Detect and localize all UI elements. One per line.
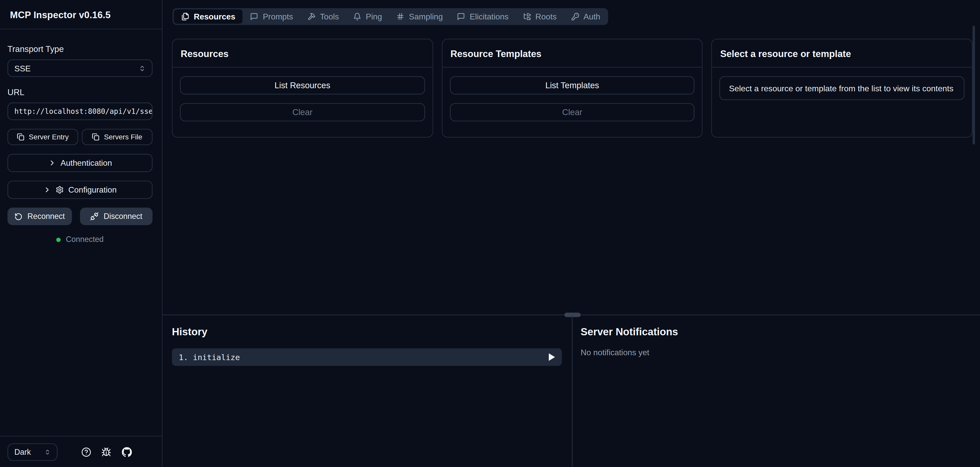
github-button[interactable] [122, 447, 132, 457]
chevron-right-icon [48, 159, 56, 167]
transport-type-select[interactable]: SSE [7, 59, 152, 77]
message-square-icon [457, 13, 465, 21]
resource-preview-placeholder: Select a resource or template from the l… [719, 76, 964, 100]
transport-type-value: SSE [14, 64, 31, 73]
clear-resources-button[interactable]: Clear [180, 103, 425, 121]
url-input[interactable]: http://localhost:8080/api/v1/sse [7, 102, 152, 120]
server-notifications-title: Server Notifications [581, 326, 980, 338]
disconnect-button[interactable]: Disconnect [80, 208, 153, 225]
bug-report-button[interactable] [102, 447, 111, 457]
server-buttons-row: Server Entry Servers File [7, 129, 152, 145]
sidebar: MCP Inspector v0.16.5 Transport Type SSE… [0, 0, 162, 467]
app-title: MCP Inspector v0.16.5 [10, 9, 111, 20]
resource-templates-panel-body: List Templates Clear [442, 67, 702, 121]
tab-tools[interactable]: Tools [301, 10, 346, 24]
resources-panel-header: Resources [173, 39, 432, 67]
help-button[interactable] [81, 447, 91, 457]
tab-label: Ping [366, 12, 382, 21]
transport-type-label: Transport Type [7, 45, 152, 54]
tab-elicitations[interactable]: Elicitations [450, 10, 515, 24]
tab-label: Tools [320, 12, 339, 21]
tab-label: Resources [194, 12, 235, 21]
list-templates-button[interactable]: List Templates [450, 76, 695, 94]
configuration-label: Configuration [68, 185, 116, 194]
tab-label: Prompts [263, 12, 293, 21]
tab-prompts[interactable]: Prompts [243, 10, 300, 24]
status-dot-icon [56, 237, 61, 242]
tab-label: Elicitations [470, 12, 509, 21]
authentication-label: Authentication [60, 158, 112, 168]
tab-strip: Resources Prompts Tools Ping Sampling El… [173, 8, 608, 25]
reconnect-label: Reconnect [27, 212, 65, 221]
sidebar-body: Transport Type SSE URL http://localhost:… [0, 29, 162, 244]
history-item-initialize[interactable]: 1. initialize [172, 348, 562, 366]
unplug-icon [90, 212, 99, 221]
url-label: URL [7, 88, 152, 97]
server-notifications-panel: Server Notifications No notifications ye… [581, 315, 980, 467]
files-icon [181, 13, 189, 21]
resource-preview-panel-body: Select a resource or template from the l… [712, 67, 972, 100]
expand-play-icon [549, 354, 555, 361]
resource-templates-panel-header: Resource Templates [442, 39, 702, 67]
disconnect-label: Disconnect [104, 212, 142, 221]
servers-file-button[interactable]: Servers File [82, 129, 152, 145]
cards-row: Resources List Resources Clear Resource … [172, 39, 972, 138]
chevrons-up-down-icon [45, 449, 51, 455]
resources-panel-title: Resources [181, 48, 229, 59]
sidebar-footer: Dark [0, 436, 162, 467]
bug-icon [102, 447, 111, 457]
status-text: Connected [66, 235, 103, 244]
tab-label: Auth [584, 12, 600, 21]
key-icon [571, 13, 579, 21]
tab-resources[interactable]: Resources [174, 10, 243, 24]
copy-icon [17, 133, 24, 141]
chevrons-up-down-icon [139, 65, 146, 72]
circle-help-icon [81, 447, 91, 457]
folder-tree-icon [523, 13, 531, 21]
resources-panel: Resources List Resources Clear [172, 39, 433, 138]
tab-sampling[interactable]: Sampling [390, 10, 450, 24]
rotate-ccw-icon [14, 212, 22, 220]
reconnect-button[interactable]: Reconnect [7, 208, 72, 225]
github-icon [122, 447, 132, 457]
tab-auth[interactable]: Auth [564, 10, 607, 24]
authentication-button[interactable]: Authentication [7, 154, 152, 172]
sidebar-header: MCP Inspector v0.16.5 [0, 0, 162, 29]
footer-icons [57, 447, 154, 457]
vertical-divider [572, 315, 572, 467]
mcp-inspector-app: MCP Inspector v0.16.5 Transport Type SSE… [0, 0, 980, 467]
resource-templates-panel-title: Resource Templates [450, 48, 541, 59]
hammer-icon [307, 13, 316, 21]
configuration-button[interactable]: Configuration [7, 181, 152, 199]
clear-templates-button[interactable]: Clear [450, 103, 695, 121]
message-square-icon [250, 13, 258, 21]
theme-value: Dark [14, 448, 31, 456]
server-entry-label: Server Entry [29, 133, 69, 141]
resources-panel-body: List Resources Clear [173, 67, 432, 121]
bell-icon [353, 13, 361, 21]
server-notifications-empty-message: No notifications yet [581, 348, 980, 357]
tab-roots[interactable]: Roots [516, 10, 564, 24]
tab-label: Roots [536, 12, 557, 21]
server-entry-button[interactable]: Server Entry [7, 129, 78, 145]
resource-preview-panel-header: Select a resource or template [712, 39, 972, 67]
theme-select[interactable]: Dark [7, 443, 57, 461]
chevron-right-icon [43, 186, 52, 194]
servers-file-label: Servers File [104, 133, 142, 141]
connection-status: Connected [7, 235, 152, 244]
hash-icon [396, 13, 405, 21]
scrollbar-thumb[interactable] [973, 26, 975, 145]
history-title: History [172, 326, 562, 338]
tab-ping[interactable]: Ping [346, 10, 389, 24]
main-area: Resources Prompts Tools Ping Sampling El… [162, 0, 980, 467]
history-panel: History 1. initialize [172, 315, 562, 467]
resource-preview-panel-title: Select a resource or template [720, 48, 851, 59]
resource-preview-panel: Select a resource or template Select a r… [711, 39, 972, 138]
history-item-label: 1. initialize [179, 352, 240, 362]
list-resources-button[interactable]: List Resources [180, 76, 425, 94]
connection-buttons-row: Reconnect Disconnect [7, 208, 152, 225]
gear-icon [56, 186, 64, 194]
copy-icon [92, 133, 99, 141]
resource-templates-panel: Resource Templates List Templates Clear [442, 39, 703, 138]
tab-label: Sampling [409, 12, 443, 21]
